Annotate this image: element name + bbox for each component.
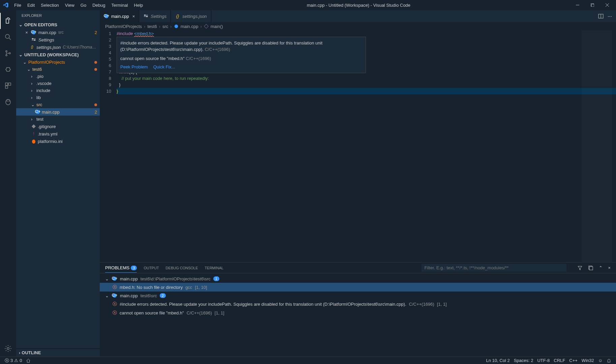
status-home-icon[interactable] <box>24 358 33 363</box>
open-editor-item[interactable]: {} settings.json C:\Users\Thomas\App... <box>16 43 100 51</box>
workspace-label: UNTITLED (WORKSPACE) <box>24 52 79 57</box>
problem-item[interactable]: ⓧ mbed.h: No such file or directory gcc … <box>100 283 616 292</box>
tree-folder[interactable]: ›.vscode <box>16 80 100 87</box>
svg-rect-43 <box>589 267 593 270</box>
search-icon[interactable] <box>0 29 16 45</box>
extensions-icon[interactable] <box>0 78 16 94</box>
chevron-up-icon[interactable]: ⌃ <box>599 265 603 271</box>
menu-go[interactable]: Go <box>78 1 89 9</box>
debug-icon[interactable] <box>0 61 16 78</box>
problems-list: ⌄ C+ main.cpp test6\d:\PlatformIOProject… <box>100 273 616 357</box>
tree-folder[interactable]: ›include <box>16 87 100 94</box>
breadcrumb-item[interactable]: main() <box>211 24 223 29</box>
menu-selection[interactable]: Selection <box>38 1 61 9</box>
svg-line-18 <box>9 99 9 100</box>
more-actions-icon[interactable]: ⋯ <box>608 14 612 19</box>
explorer-icon[interactable] <box>0 13 16 29</box>
breadcrumb[interactable]: PlatformIOProjects› test6› src› main.cpp… <box>100 22 616 30</box>
quick-fix-link[interactable]: Quick Fix... <box>153 64 175 70</box>
close-icon[interactable] <box>24 37 29 42</box>
platformio-icon[interactable] <box>0 94 16 110</box>
status-bell-icon[interactable] <box>605 358 613 363</box>
tab-settings[interactable]: Settings <box>139 10 171 22</box>
problem-group[interactable]: ⌄ C+ main.cpp test6\src 2 <box>100 292 616 300</box>
tree-folder[interactable]: ›.pio <box>16 73 100 80</box>
close-button[interactable] <box>601 0 613 10</box>
settings-gear-icon[interactable] <box>0 340 16 357</box>
close-panel-icon[interactable]: × <box>608 265 611 271</box>
close-icon[interactable]: × <box>24 30 29 35</box>
cpp-file-icon: C+ <box>104 13 109 19</box>
panel-tab-problems[interactable]: PROBLEMS3 <box>105 263 137 273</box>
status-eol[interactable]: CRLF <box>552 358 567 363</box>
status-platform[interactable]: Win32 <box>580 358 596 363</box>
outline-header[interactable]: › OUTLINE <box>16 348 100 357</box>
breadcrumb-item[interactable]: test6 <box>147 24 157 29</box>
hover-message: cannot open source file "mbed.h" <box>120 56 185 61</box>
tree-file-main-cpp[interactable]: C+ main.cpp 2 <box>16 108 100 116</box>
minimap[interactable] <box>582 30 612 262</box>
tree-folder[interactable]: ›lib <box>16 94 100 101</box>
svg-rect-12 <box>8 83 11 85</box>
folder-name: lib <box>36 95 41 100</box>
panel-tab-terminal[interactable]: TERMINAL <box>205 264 224 272</box>
svg-text:{}: {} <box>176 13 179 19</box>
menu-help[interactable]: Help <box>131 1 146 9</box>
maximize-button[interactable] <box>586 0 598 10</box>
menu-terminal[interactable]: Terminal <box>109 1 130 9</box>
problems-filter <box>422 264 566 272</box>
editor-content[interactable]: 12345678910 #include <mbed.h> while(1) {… <box>100 30 616 262</box>
collapse-all-icon[interactable] <box>588 265 593 271</box>
code-body[interactable]: #include <mbed.h> while(1) { // put your… <box>117 30 616 262</box>
close-icon[interactable] <box>24 45 28 50</box>
error-icon: ⓧ <box>5 358 9 364</box>
open-editor-item[interactable]: × C+ main.cpp src 2 <box>16 29 100 36</box>
problem-group[interactable]: ⌄ C+ main.cpp test6\d:\PlatformIOProject… <box>100 275 616 283</box>
tree-folder-project[interactable]: ⌄ test6 <box>16 66 100 73</box>
filter-input[interactable] <box>422 264 566 272</box>
status-errors[interactable]: ⓧ3 ⚠0 <box>3 358 24 364</box>
status-encoding[interactable]: UTF-8 <box>535 358 552 363</box>
panel-tab-output[interactable]: OUTPUT <box>144 264 159 272</box>
tree-folder-root[interactable]: ⌄ PlatformIOProjects <box>16 59 100 66</box>
tree-file[interactable]: platformio.ini <box>16 138 100 145</box>
tree-folder-src[interactable]: ⌄src <box>16 101 100 108</box>
peek-problem-link[interactable]: Peek Problem <box>120 64 148 70</box>
minimize-button[interactable] <box>572 0 584 10</box>
workspace-header[interactable]: ⌄ UNTITLED (WORKSPACE) <box>16 51 100 59</box>
filter-icon[interactable] <box>577 265 583 271</box>
close-icon[interactable]: × <box>132 14 135 19</box>
status-line-col[interactable]: Ln 10, Col 2 <box>484 358 512 363</box>
editor-actions: ⋯ <box>594 10 616 22</box>
svg-point-24 <box>32 38 33 39</box>
breadcrumb-item[interactable]: PlatformIOProjects <box>105 24 142 29</box>
tab-label: settings.json <box>182 14 207 19</box>
error-badge: 2 <box>95 30 97 35</box>
tab-settings-json[interactable]: {} settings.json <box>171 10 211 22</box>
status-spaces[interactable]: Spaces: 2 <box>512 358 535 363</box>
chevron-right-icon: › <box>31 74 35 79</box>
problem-item[interactable]: ⓧ #include errors detected. Please updat… <box>100 300 616 308</box>
status-language[interactable]: C++ <box>567 358 580 363</box>
menu-file[interactable]: File <box>11 1 24 9</box>
breadcrumb-item[interactable]: src <box>162 24 168 29</box>
tree-file[interactable]: .gitignore <box>16 123 100 130</box>
split-editor-icon[interactable] <box>598 13 604 19</box>
menu-debug[interactable]: Debug <box>90 1 108 9</box>
open-editor-item[interactable]: Settings <box>16 36 100 43</box>
tab-main-cpp[interactable]: C+ main.cpp × <box>100 10 139 22</box>
svg-line-17 <box>7 99 7 100</box>
open-editors-header[interactable]: ⌄ OPEN EDITORS <box>16 21 100 29</box>
breadcrumb-item[interactable]: main.cpp <box>181 24 198 29</box>
status-feedback-icon[interactable]: ☺ <box>596 358 605 363</box>
cpp-file-icon: C+ <box>35 109 40 115</box>
menu-edit[interactable]: Edit <box>25 1 37 9</box>
source-control-icon[interactable] <box>0 45 16 61</box>
tree-folder[interactable]: ›test <box>16 116 100 123</box>
problem-item[interactable]: ⓧ cannot open source file "mbed.h" C/C++… <box>100 308 616 317</box>
svg-point-36 <box>146 16 148 17</box>
menu-view[interactable]: View <box>62 1 77 9</box>
file-name: main.cpp <box>38 30 56 35</box>
panel-tab-debug-console[interactable]: DEBUG CONSOLE <box>166 264 198 272</box>
tree-file[interactable]: !.travis.yml <box>16 130 100 138</box>
